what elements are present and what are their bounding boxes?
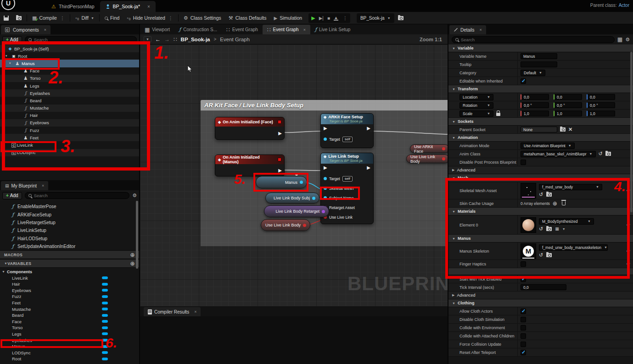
find-button[interactable]: Find — [101, 12, 123, 24]
scale-dropdown[interactable]: Scale▼ — [459, 110, 493, 117]
class-settings-button[interactable]: ⚙ Class Settings — [180, 12, 225, 24]
play-options-icon[interactable]: ⋮ — [343, 16, 347, 21]
forward-arrow-icon[interactable]: → — [164, 36, 170, 43]
play-icon[interactable]: ▶ — [311, 15, 315, 21]
reset-icon[interactable]: ↩ — [627, 188, 630, 193]
material-options-icon[interactable]: ▦ — [555, 226, 559, 231]
section-materials[interactable]: ▼Materials — [448, 208, 633, 215]
save-button[interactable] — [0, 12, 12, 24]
reset-icon[interactable]: ↩ — [627, 261, 630, 266]
scale-y-input[interactable]: 1,0 — [554, 110, 582, 116]
scale-x-input[interactable]: 1,0 — [521, 110, 549, 116]
hide-unrelated-options-icon[interactable]: ⋮ — [168, 16, 173, 21]
expand-arrow-icon[interactable]: ▾ — [6, 54, 11, 58]
gear-icon[interactable]: ⚙ — [625, 37, 630, 43]
location-z-input[interactable]: 0,0 — [587, 94, 615, 100]
target-pin[interactable] — [324, 138, 327, 141]
node-get-use-arkit-face[interactable]: Use ARKit Face — [410, 144, 448, 153]
component-tree-item[interactable]: ♟ Face — [0, 67, 139, 75]
frame-skip-icon[interactable]: ▶| — [319, 16, 324, 21]
close-icon[interactable]: × — [480, 28, 482, 32]
section-transform[interactable]: ▼Transform — [448, 85, 633, 93]
section-variable[interactable]: ▼Variable — [448, 44, 633, 52]
rotation-y-input[interactable]: 0,0 ° — [554, 102, 582, 108]
section-animation[interactable]: ▼Animation — [448, 134, 633, 142]
material-dropdown[interactable]: M_BodySynthesized▼ — [539, 218, 594, 225]
function-item[interactable]: ƒ SetUpdateAnimationInEditor — [0, 243, 139, 250]
variable-item[interactable]: Torso — [0, 325, 139, 331]
tab-compiler-results[interactable]: Compiler Results × — [144, 307, 201, 316]
trash-icon[interactable] — [562, 201, 566, 205]
function-item[interactable]: ƒ ARKitFaceSetup — [0, 210, 139, 218]
variable-item[interactable]: LiveLink — [0, 275, 139, 281]
tab-event-graph-2[interactable]: ∷Event Graph× — [263, 25, 310, 34]
add-blueprint-item-button[interactable]: + Add — [2, 192, 22, 199]
parent-socket-input[interactable]: None — [521, 127, 557, 132]
clothing-checkbox[interactable] — [521, 342, 526, 347]
macros-section-header[interactable]: MACROS ⊕ — [0, 250, 139, 259]
component-tree-item[interactable]: ◆ BP_Sook-ja (Self) — [0, 45, 139, 52]
section-mesh[interactable]: ▼Mesh — [448, 174, 633, 182]
add-element-icon[interactable]: ⊕ — [553, 200, 557, 207]
add-macro-icon[interactable]: ⊕ — [130, 252, 135, 258]
node-get-use-live-link-body-2[interactable]: Use Live Link Body — [406, 154, 448, 163]
expand-arrow-icon[interactable]: ▾ — [9, 61, 14, 65]
reset-icon[interactable]: ↩ — [627, 248, 630, 254]
bookmarks-dropdown-icon[interactable]: ▼ — [144, 36, 151, 42]
parent-class-value[interactable]: Actor — [619, 3, 629, 8]
variable-item[interactable]: Fuzz — [0, 293, 139, 300]
subject-name-pin[interactable] — [324, 196, 327, 199]
target-value-input[interactable]: self — [342, 137, 353, 142]
breadcrumb-blueprint[interactable]: BP_Sook-ja — [181, 37, 210, 42]
target-pin[interactable] — [324, 177, 327, 180]
editable-checkbox[interactable] — [521, 78, 526, 84]
tab-live-link-setup[interactable]: ƒLive Link Setup — [310, 25, 355, 34]
compile-button[interactable]: ▦✓ Compile ⋮ — [28, 12, 68, 24]
folder-browse-icon[interactable] — [546, 193, 552, 197]
components-search-input[interactable]: Search — [25, 36, 137, 43]
node-get-use-live-link-body[interactable]: Use Live Link Body — [261, 219, 310, 231]
variable-item[interactable]: Beard — [0, 312, 139, 319]
rotation-dropdown[interactable]: Rotation▼ — [459, 102, 493, 109]
node-get-live-link-body-subj[interactable]: Live Link Body Subj — [265, 193, 319, 204]
section-advanced-tick[interactable]: ▶Advanced — [448, 292, 633, 299]
display-filter-icon[interactable]: ▦ — [617, 36, 622, 43]
stop-icon[interactable]: ■ — [327, 16, 330, 21]
details-search-input[interactable]: Search — [452, 36, 615, 43]
tab-components[interactable]: C Components × — [1, 25, 50, 34]
clothing-checkbox[interactable] — [521, 317, 526, 322]
add-component-button[interactable]: + Add — [2, 36, 22, 44]
gear-icon[interactable]: ⚙ — [132, 193, 137, 199]
breadcrumb-page[interactable]: Event Graph — [220, 37, 250, 42]
hide-unrelated-button[interactable]: ◦₀ Hide Unrelated ⋮ — [123, 12, 177, 24]
component-tree-item[interactable]: ▾ ♟ Manus — [0, 60, 139, 67]
clothing-checkbox[interactable] — [521, 325, 526, 331]
compile-options-icon[interactable]: ⋮ — [60, 16, 65, 21]
node-get-live-link-body-retarget[interactable]: Live Link Body Retarget — [264, 205, 329, 217]
close-icon[interactable]: × — [42, 183, 44, 188]
folder-browse-icon[interactable] — [546, 253, 552, 257]
function-item[interactable]: ƒ LiveLinkSetup — [0, 226, 139, 234]
section-sockets[interactable]: ▼Sockets — [448, 118, 633, 126]
tooltip-input[interactable] — [521, 61, 557, 67]
clothing-checkbox[interactable] — [521, 333, 526, 339]
my-blueprint-search-input[interactable]: Search — [25, 192, 129, 199]
node-on-anim-initialized-face[interactable]: ◆ On Anim Initialized (Face) ▶ — [215, 117, 285, 140]
close-icon[interactable]: × — [44, 28, 46, 32]
tab-my-blueprint[interactable]: ▤ My Blueprint × — [1, 181, 48, 190]
variable-name-input[interactable]: Manus — [521, 53, 557, 59]
tab-details[interactable]: Details × — [449, 25, 486, 34]
use-selected-icon[interactable]: ↺ — [539, 226, 543, 232]
location-x-input[interactable]: 0,0 — [521, 94, 549, 100]
exec-out-pin[interactable]: ▶ — [278, 168, 282, 173]
browse-to-asset-button[interactable] — [394, 12, 407, 24]
node-on-anim-initialized-manus[interactable]: ◆ On Anim Initialized (Manus) ▶ — [215, 154, 285, 176]
back-arrow-icon[interactable]: ← — [155, 36, 161, 43]
tab-event-graph-1[interactable]: ∷Event Graph — [222, 25, 263, 34]
tab-thirdpersonmap[interactable]: ⚠ ThirdPersonMap — [46, 1, 100, 12]
output-pin[interactable] — [442, 157, 445, 160]
use-selected-icon[interactable]: ↺ — [539, 192, 543, 198]
variable-item[interactable]: Eyebrows — [0, 287, 139, 294]
section-advanced-animation[interactable]: ▶Advanced — [448, 166, 633, 174]
component-tree-item[interactable]: ʃ Hair — [0, 112, 139, 119]
